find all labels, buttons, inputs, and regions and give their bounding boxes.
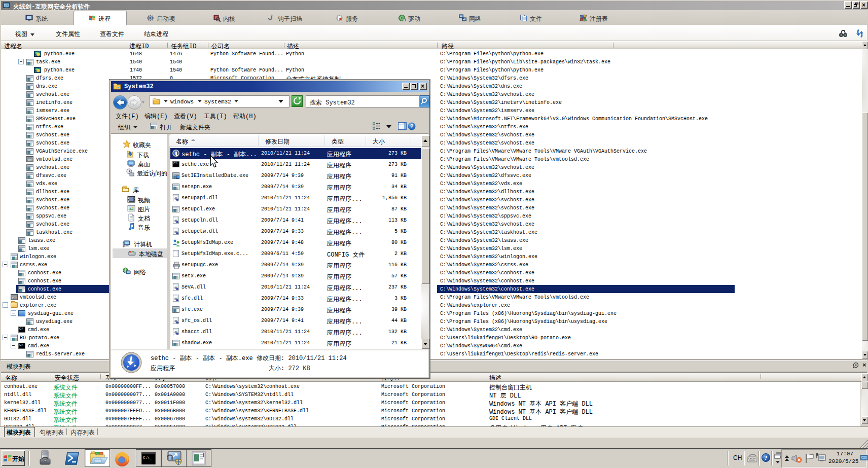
svg-text:C:\_: C:\_ [143, 456, 152, 460]
svg-text:?: ? [410, 123, 414, 129]
svg-text:?: ? [765, 454, 768, 461]
